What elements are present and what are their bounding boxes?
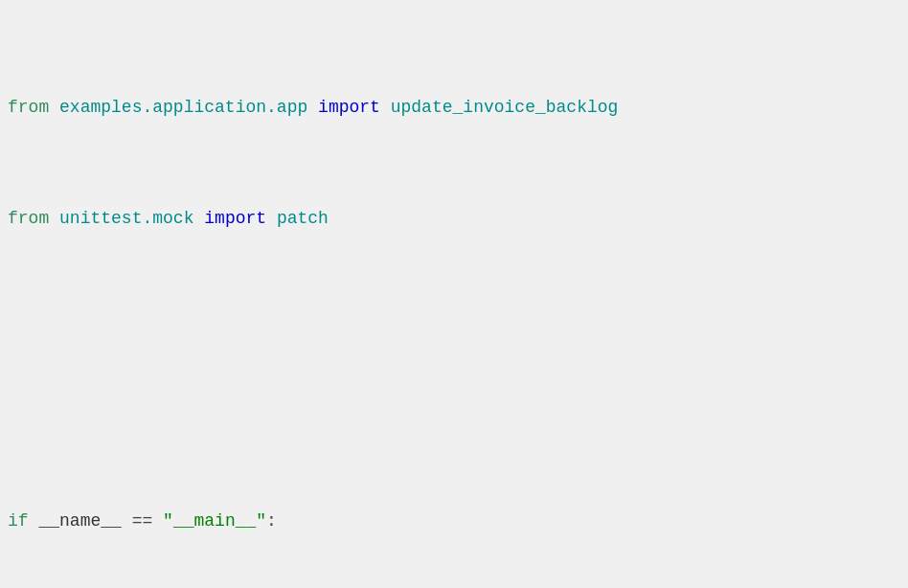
code-line-blank-1 — [8, 315, 900, 343]
var-name: __name__ — [38, 511, 121, 531]
function-name: update_invoice_backlog — [391, 98, 619, 117]
code-line-2: from unittest.mock import patch — [8, 205, 900, 233]
module-unittest: unittest.mock — [59, 209, 193, 228]
op-colon-1: : — [266, 511, 277, 531]
keyword-if: if — [8, 511, 29, 531]
function-patch: patch — [277, 209, 329, 228]
keyword-from: from — [8, 98, 49, 117]
keyword-import-2: import — [204, 209, 266, 228]
code-line-3: if __name__ == "__main__": — [8, 508, 900, 535]
module-path: examples.application.app — [59, 98, 307, 117]
keyword-import: import — [318, 98, 380, 117]
string-main: "__main__" — [163, 511, 266, 531]
code-line-blank-2 — [8, 397, 900, 425]
keyword-from-2: from — [8, 209, 49, 228]
code-line-1: from examples.application.app import upd… — [8, 94, 900, 122]
code-editor: from examples.application.app import upd… — [0, 0, 908, 588]
op-eq: == — [132, 511, 153, 531]
